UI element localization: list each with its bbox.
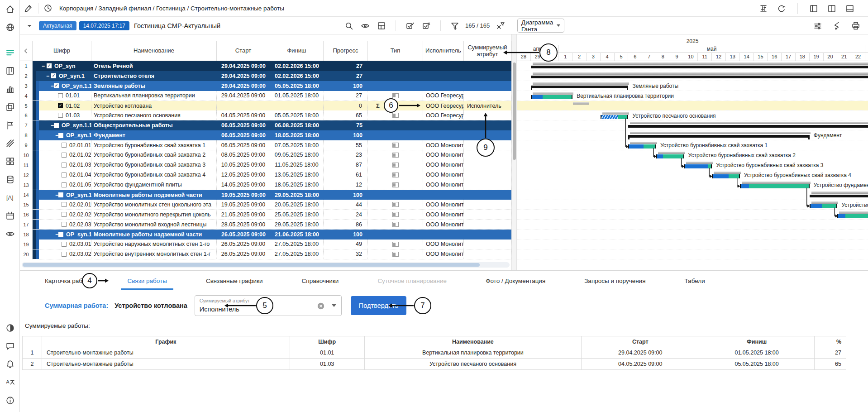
table-row[interactable]: 02.01.03Устройство буронабивных свай зах…	[33, 160, 511, 170]
row-checkbox[interactable]	[54, 123, 59, 128]
row-checkbox[interactable]	[62, 143, 67, 148]
tab-запросы-и-поручения[interactable]: Запросы и поручения	[584, 271, 645, 292]
table-row[interactable]: 02.01.01Устройство буронабивных свай зах…	[33, 140, 511, 150]
version-dropdown-caret-icon[interactable]	[24, 20, 35, 32]
clear-filter-icon[interactable]	[494, 20, 506, 32]
table-row[interactable]: 02.02.02Устройство монолитного перекрыти…	[33, 210, 511, 220]
check-all-icon[interactable]	[404, 20, 416, 32]
watch-icon[interactable]	[0, 225, 20, 243]
objects-icon[interactable]	[0, 98, 20, 116]
gantt-settings-sliders-icon[interactable]	[812, 20, 824, 32]
row-checkbox[interactable]: ✓	[54, 83, 59, 88]
tab-справочники[interactable]: Справочники	[302, 271, 339, 292]
tab-фото-документация[interactable]: Фото / Документация	[486, 271, 545, 292]
row-checkbox[interactable]	[62, 182, 67, 187]
calendar-icon[interactable]	[0, 206, 20, 225]
column-header[interactable]: Исполнитель	[423, 41, 464, 61]
table-row[interactable]: −✓OP_syn.1.1.1Земляные работы29.04.2025 …	[33, 81, 511, 91]
info-icon[interactable]	[0, 391, 20, 409]
table-row[interactable]: 02.02.01Устройство монолитных стен цокол…	[33, 200, 511, 210]
table-row[interactable]: −OP_syn.1.1.2Общестроительные работы06.0…	[33, 120, 511, 130]
filter-icon[interactable]	[449, 20, 461, 32]
summed-work-row[interactable]: 1Строительно-монтажные работы01.01Вертик…	[23, 347, 846, 359]
columns-layout-icon[interactable]	[376, 20, 387, 32]
notifications-icon[interactable]	[0, 355, 20, 373]
schedule-menu-icon[interactable]	[0, 43, 20, 62]
row-checkbox[interactable]	[62, 212, 67, 217]
column-header[interactable]: Старт	[217, 41, 270, 61]
expander-icon[interactable]: −	[55, 192, 58, 198]
table-row[interactable]: 01.01Вертикальная планировка территории2…	[33, 91, 511, 101]
table-row[interactable]: −OP_syn.1.1.Фундамент06.05.2025 09:0018.…	[33, 130, 511, 140]
row-checkbox[interactable]	[62, 222, 67, 227]
column-header[interactable]: Тип	[368, 41, 423, 61]
table-row[interactable]: −✓OP_syn.1Строительство отеля29.04.2025 …	[33, 71, 511, 81]
table-row[interactable]: 02.01.05Устройство фундаментной плиты14.…	[33, 180, 511, 190]
home-icon[interactable]	[0, 0, 20, 18]
view-mode-select[interactable]: Диаграмма Ганта	[517, 19, 564, 33]
expander-icon[interactable]: −	[55, 132, 58, 139]
uncheck-all-icon[interactable]	[420, 20, 432, 32]
history-clock-icon[interactable]	[42, 2, 54, 14]
row-checkbox[interactable]: ✓	[58, 103, 63, 108]
table-row[interactable]: 02.03.02Устройство внутренних монолитных…	[33, 249, 511, 259]
database-icon[interactable]	[0, 170, 20, 188]
column-header[interactable]: Наименование	[91, 41, 217, 61]
summed-work-row[interactable]: 2Строительно-монтажные работы01.03Устрой…	[23, 359, 846, 370]
expander-icon[interactable]: −	[55, 231, 58, 238]
comments-icon[interactable]	[0, 337, 20, 355]
column-header[interactable]: Прогресс	[324, 41, 368, 61]
attributes-icon[interactable]	[0, 188, 20, 206]
horizontal-scrollbar[interactable]	[22, 262, 510, 268]
resources-icon[interactable]	[0, 134, 20, 152]
table-row[interactable]: 02.01.02Устройство буронабивных свай зах…	[33, 150, 511, 160]
column-header[interactable]: Финиш	[270, 41, 324, 61]
globe-icon[interactable]	[0, 18, 20, 36]
layout-split-panel-icon[interactable]	[826, 3, 838, 14]
row-checkbox[interactable]	[62, 163, 67, 168]
portfolio-icon[interactable]	[0, 152, 20, 170]
gantt-links-icon[interactable]	[831, 20, 843, 32]
kanban-icon[interactable]	[0, 62, 20, 80]
layout-bottom-panel-icon[interactable]	[844, 3, 856, 14]
confirm-button[interactable]: Подтвердить	[351, 296, 406, 315]
table-row[interactable]: ✓01.02Устройство котлована0ΣООО Георесур…	[33, 101, 511, 111]
row-checkbox[interactable]	[62, 172, 67, 177]
expander-icon[interactable]: −	[46, 73, 51, 79]
column-header[interactable]: Суммируемый атрибут	[464, 41, 511, 61]
layout-left-panel-icon[interactable]	[808, 3, 820, 14]
expander-icon[interactable]: −	[51, 122, 54, 129]
tab-active-связи-работы[interactable]: Связи работы	[127, 271, 167, 292]
table-row[interactable]: 02.02.03Устройство монолитной входной ле…	[33, 220, 511, 230]
row-checkbox[interactable]	[58, 192, 63, 197]
column-header[interactable]: Шифр	[33, 41, 91, 61]
row-checkbox[interactable]	[62, 153, 67, 158]
expander-icon[interactable]: −	[51, 83, 54, 89]
sync-icon[interactable]	[758, 3, 769, 14]
row-checkbox[interactable]	[58, 93, 63, 98]
search-icon[interactable]	[343, 20, 355, 32]
row-checkbox[interactable]: ✓	[51, 73, 56, 78]
row-checkbox[interactable]	[62, 242, 67, 247]
row-checkbox[interactable]	[58, 113, 63, 118]
analytics-icon[interactable]	[0, 80, 20, 98]
vertical-scrollbar[interactable]	[511, 34, 517, 270]
row-checkbox[interactable]	[62, 202, 67, 207]
table-row[interactable]: −OP_syn.1.1.Монолитные работы подземной …	[33, 190, 511, 200]
print-icon[interactable]	[850, 20, 862, 32]
language-icon[interactable]	[0, 373, 20, 391]
clear-selection-icon[interactable]	[317, 302, 325, 310]
visibility-eye-icon[interactable]	[359, 20, 371, 32]
expander-icon[interactable]: −	[42, 63, 47, 69]
table-row[interactable]: −OP_syn.1.1.Монолитные работы надземной …	[33, 230, 511, 240]
row-checkbox[interactable]	[58, 232, 63, 237]
row-checkbox[interactable]	[58, 133, 63, 138]
collapse-chevron-icon[interactable]	[20, 41, 33, 61]
tab-табели[interactable]: Табели	[684, 271, 705, 292]
tab-связанные-графики[interactable]: Связанные графики	[206, 271, 263, 292]
row-checkbox[interactable]: ✓	[47, 63, 52, 68]
table-row[interactable]: 01.03Устройство песчаного основания04.05…	[33, 110, 511, 120]
table-row[interactable]: 02.03.01Устройство наружных монолитных с…	[33, 240, 511, 249]
table-row[interactable]: −✓OP_synОтель Речной29.04.2025 09:0002.0…	[33, 61, 511, 71]
refresh-icon[interactable]	[776, 3, 787, 14]
